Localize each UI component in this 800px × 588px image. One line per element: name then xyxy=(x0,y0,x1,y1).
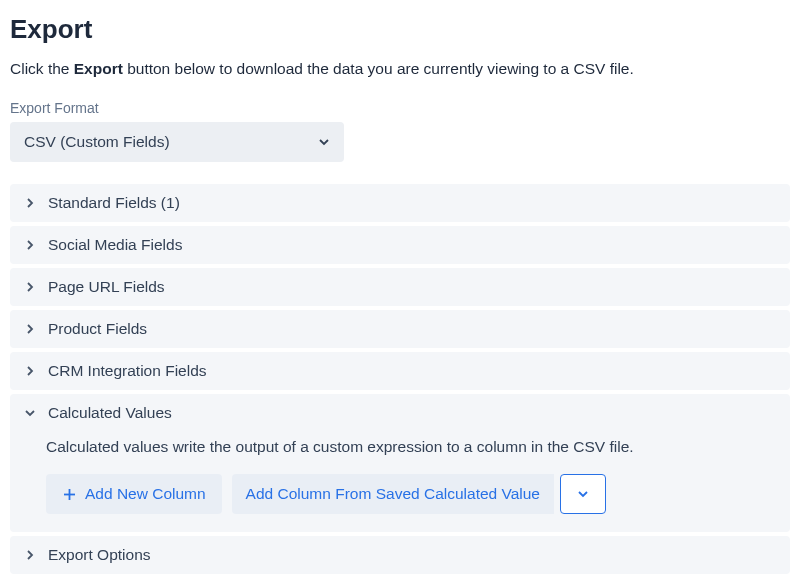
section-calculated-values: Calculated Values Calculated values writ… xyxy=(10,394,790,532)
section-export-options: Export Options xyxy=(10,536,790,574)
section-title: Standard Fields (1) xyxy=(48,194,180,212)
add-saved-column-label: Add Column From Saved Calculated Value xyxy=(246,485,540,503)
section-header-crm[interactable]: CRM Integration Fields xyxy=(10,352,790,390)
description-post: button below to download the data you ar… xyxy=(123,60,634,77)
export-format-value: CSV (Custom Fields) xyxy=(24,133,170,151)
calculated-button-row: Add New Column Add Column From Saved Cal… xyxy=(46,474,776,514)
section-title: CRM Integration Fields xyxy=(48,362,207,380)
section-social-media-fields: Social Media Fields xyxy=(10,226,790,264)
section-header-standard[interactable]: Standard Fields (1) xyxy=(10,184,790,222)
section-title: Page URL Fields xyxy=(48,278,165,296)
add-saved-column-split: Add Column From Saved Calculated Value xyxy=(232,474,606,514)
chevron-right-icon xyxy=(24,239,36,251)
page-title: Export xyxy=(10,14,790,45)
section-title: Export Options xyxy=(48,546,151,564)
add-new-column-label: Add New Column xyxy=(85,485,206,503)
section-header-product[interactable]: Product Fields xyxy=(10,310,790,348)
section-header-options[interactable]: Export Options xyxy=(10,536,790,574)
chevron-right-icon xyxy=(24,549,36,561)
section-standard-fields: Standard Fields (1) xyxy=(10,184,790,222)
calculated-description: Calculated values write the output of a … xyxy=(46,438,776,456)
description-pre: Click the xyxy=(10,60,74,77)
page-description: Click the Export button below to downloa… xyxy=(10,57,790,80)
section-title: Social Media Fields xyxy=(48,236,182,254)
section-header-social[interactable]: Social Media Fields xyxy=(10,226,790,264)
chevron-right-icon xyxy=(24,323,36,335)
chevron-right-icon xyxy=(24,197,36,209)
add-saved-column-dropdown-button[interactable] xyxy=(560,474,606,514)
chevron-down-icon xyxy=(577,488,589,500)
export-format-label: Export Format xyxy=(10,100,790,116)
section-page-url-fields: Page URL Fields xyxy=(10,268,790,306)
section-title: Calculated Values xyxy=(48,404,172,422)
section-body-calculated: Calculated values write the output of a … xyxy=(10,432,790,532)
section-crm-integration-fields: CRM Integration Fields xyxy=(10,352,790,390)
plus-icon xyxy=(62,487,77,502)
add-saved-column-button[interactable]: Add Column From Saved Calculated Value xyxy=(232,474,554,514)
chevron-down-icon xyxy=(318,136,330,148)
section-header-calculated[interactable]: Calculated Values xyxy=(10,394,790,432)
export-format-select[interactable]: CSV (Custom Fields) xyxy=(10,122,344,162)
description-bold: Export xyxy=(74,60,123,77)
chevron-down-icon xyxy=(24,407,36,419)
section-product-fields: Product Fields xyxy=(10,310,790,348)
add-new-column-button[interactable]: Add New Column xyxy=(46,474,222,514)
chevron-right-icon xyxy=(24,281,36,293)
accordion: Standard Fields (1) Social Media Fields … xyxy=(10,184,790,574)
chevron-right-icon xyxy=(24,365,36,377)
section-title: Product Fields xyxy=(48,320,147,338)
section-header-pageurl[interactable]: Page URL Fields xyxy=(10,268,790,306)
